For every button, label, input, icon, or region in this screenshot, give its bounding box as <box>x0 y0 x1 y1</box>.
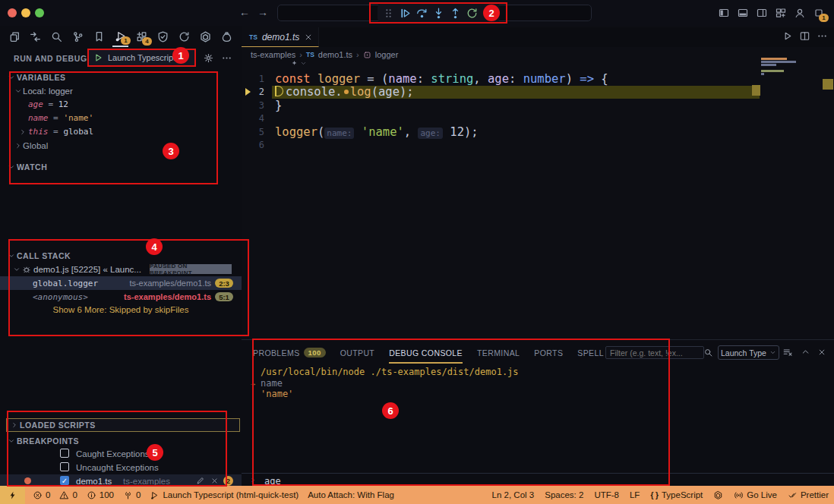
breakpoint-checkbox[interactable] <box>60 462 69 471</box>
variable-row-age[interactable]: age = 12 <box>0 98 242 111</box>
stop-icon[interactable] <box>482 7 495 20</box>
nav-forward-icon[interactable]: → <box>257 6 268 18</box>
debug-settings-gear-icon[interactable] <box>203 52 214 64</box>
layout-panel-icon[interactable] <box>737 7 749 19</box>
breakpoint-row[interactable]: Uncaught Exceptions <box>0 461 242 474</box>
code-line-5[interactable]: 5logger(name: 'name', age: 12); <box>242 125 834 139</box>
traffic-light-close[interactable] <box>8 8 17 17</box>
variables-header[interactable]: VARIABLES <box>0 71 242 83</box>
variables-scope-global[interactable]: Global <box>0 139 242 152</box>
breadcrumb-item[interactable]: ts-examples <box>251 50 295 59</box>
inline-breakpoint-icon[interactable] <box>344 90 349 94</box>
copilot-sparkle-widget[interactable] <box>290 59 307 68</box>
status-language-mode[interactable]: { }TypeScript <box>650 490 703 499</box>
activity-item-pull-requests[interactable] <box>27 27 43 46</box>
variable-row-this[interactable]: this = global <box>0 125 242 138</box>
activity-item-history[interactable] <box>176 27 192 46</box>
breadcrumb-item[interactable]: demo1.ts <box>318 50 352 59</box>
status-info-count[interactable]: 100 <box>87 490 114 500</box>
console-filter-input[interactable] <box>605 346 704 359</box>
step-out-icon[interactable] <box>449 7 462 20</box>
status-indentation[interactable]: Spaces: 2 <box>545 490 583 499</box>
tab-close-icon[interactable] <box>304 33 313 42</box>
launch-config-dropdown[interactable]: Launch Typescript <box>88 49 195 66</box>
step-into-icon[interactable] <box>432 7 445 20</box>
continue-icon[interactable] <box>399 7 412 20</box>
settings-gear-icon[interactable]: 1 <box>813 7 825 19</box>
activity-item-source-control[interactable] <box>70 27 86 46</box>
nav-back-icon[interactable]: ← <box>239 6 250 18</box>
activity-item-eslint[interactable] <box>197 27 213 46</box>
status-encoding[interactable]: UTF-8 <box>594 490 619 499</box>
status-ports-forwarded[interactable]: 0 <box>123 490 141 500</box>
variable-row-name[interactable]: name = 'name' <box>0 112 242 124</box>
code-line-2[interactable]: 2console.log(age); <box>242 86 834 99</box>
layout-sidebar-right-icon[interactable] <box>756 7 768 19</box>
panel-tab-debug-console[interactable]: DEBUG CONSOLE <box>389 340 463 365</box>
activity-item-run-and-debug[interactable]: 1 <box>112 26 128 47</box>
chevron-down-icon[interactable] <box>300 60 307 67</box>
run-file-icon[interactable] <box>782 30 793 42</box>
clear-console-icon[interactable] <box>782 347 793 358</box>
call-stack-session[interactable]: demo1.js [52225] « Launc...PAUSED ON BRE… <box>0 263 242 276</box>
call-stack-show-more[interactable]: Show 6 More: Skipped by skipFiles <box>0 303 242 316</box>
panel-tab-terminal[interactable]: TERMINAL <box>477 340 520 365</box>
chevron-down-icon[interactable] <box>180 54 188 62</box>
call-stack-frame[interactable]: <anonymous>ts-examples/demo1.ts5:1 <box>0 290 242 304</box>
layout-customize-icon[interactable] <box>775 7 787 19</box>
loaded-scripts-header[interactable]: LOADED SCRIPTS <box>6 418 240 432</box>
status-auto-attach[interactable]: Auto Attach: With Flag <box>308 490 394 499</box>
sidebar-more-icon[interactable] <box>221 52 232 64</box>
activity-item-bookmarks[interactable] <box>91 27 107 46</box>
status-go-live[interactable]: Go Live <box>734 490 777 500</box>
status-prettier[interactable]: Prettier <box>788 490 829 500</box>
variables-scope-local[interactable]: Local: logger <box>0 84 242 97</box>
status-warnings[interactable]: 0 <box>59 490 77 500</box>
edit-breakpoint-icon[interactable] <box>196 476 205 485</box>
status-eol[interactable]: LF <box>630 490 640 499</box>
launch-type-dropdown[interactable]: Launch Type <box>718 345 779 360</box>
status-debug-launch[interactable]: Launch Typescript (html-quick-test) <box>150 490 299 500</box>
code-line-1[interactable]: 1const logger = (name: string, age: numb… <box>242 72 834 86</box>
breakpoints-header[interactable]: BREAKPOINTS <box>0 434 242 447</box>
watch-header[interactable]: WATCH <box>0 160 242 173</box>
activity-item-extensions[interactable]: 4 <box>134 27 150 46</box>
minimap[interactable] <box>760 58 810 103</box>
status-cursor-position[interactable]: Ln 2, Col 3 <box>492 490 535 499</box>
maximize-panel-icon[interactable] <box>801 347 810 357</box>
activity-item-search[interactable] <box>49 27 65 46</box>
split-editor-icon[interactable] <box>799 30 810 42</box>
account-icon[interactable] <box>794 7 806 19</box>
restart-icon[interactable] <box>466 7 479 20</box>
breakpoint-row[interactable]: Caught Exceptions <box>0 447 242 460</box>
code-line-4[interactable]: 4 <box>242 112 834 126</box>
remove-breakpoint-icon[interactable] <box>210 477 219 485</box>
editor-more-icon[interactable] <box>817 30 828 42</box>
code-line-3[interactable]: 3} <box>242 99 834 112</box>
panel-tab-ports[interactable]: PORTS <box>534 340 563 365</box>
breadcrumb[interactable]: ts-examples›TSdemo1.ts›logger <box>251 49 398 61</box>
step-over-icon[interactable] <box>415 7 428 20</box>
repl-input-value[interactable]: age <box>264 476 281 487</box>
close-panel-icon[interactable] <box>817 348 826 357</box>
panel-tab-output[interactable]: OUTPUT <box>340 340 375 365</box>
tab-demo1-ts[interactable]: TSdemo1.ts <box>242 27 319 47</box>
call-stack-header[interactable]: CALL STACK <box>0 249 242 262</box>
layout-sidebar-left-icon[interactable] <box>718 7 730 19</box>
activity-item-testing[interactable] <box>155 27 171 46</box>
start-debugging-icon[interactable] <box>93 52 103 63</box>
code-line-6[interactable]: 6 <box>242 139 834 153</box>
activity-item-explorer[interactable] <box>6 27 22 46</box>
call-stack-frame[interactable]: global.loggerts-examples/demo1.ts2:3 <box>0 276 242 290</box>
activity-item-jar[interactable] <box>219 27 235 46</box>
breakpoint-checkbox[interactable] <box>60 449 69 458</box>
status-remote-indicator[interactable] <box>0 486 25 504</box>
status-eslint-status[interactable] <box>713 490 723 500</box>
breakpoint-checkbox[interactable]: ✓ <box>60 476 69 485</box>
panel-tab-problems[interactable]: PROBLEMS100 <box>253 340 326 365</box>
filter-search-icon[interactable] <box>703 348 713 358</box>
status-errors[interactable]: 0 <box>33 490 50 500</box>
traffic-light-minimize[interactable] <box>21 8 30 17</box>
breadcrumb-item[interactable]: logger <box>375 50 399 59</box>
traffic-light-zoom[interactable] <box>35 8 44 17</box>
